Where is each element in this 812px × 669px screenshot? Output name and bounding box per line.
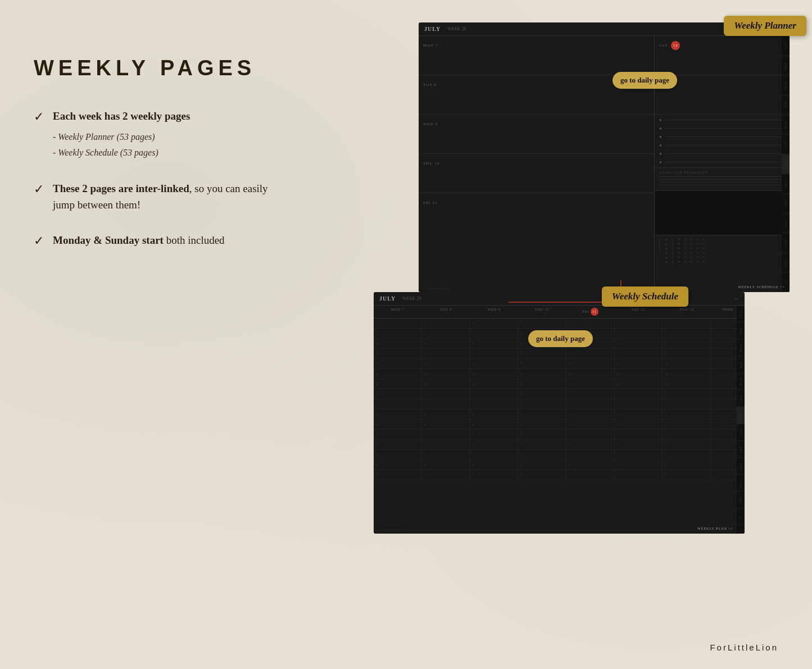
day-mon: MON 7 [419, 36, 654, 75]
ls-nov: NOV [737, 475, 745, 491]
habits-label: HABITS [658, 238, 661, 252]
habits-header-row: MTWTFSS [664, 238, 786, 241]
goals-line-4 [659, 185, 785, 185]
bullet-dot: ● [659, 134, 662, 139]
lower-planner-content: JULY WEEK 28 ↔ MON 7 TUE 8 WED 9 THU 10 … [374, 292, 745, 534]
weekly-schedule-badge-text: Weekly Schedule [612, 291, 678, 302]
sub-item-2: - Weekly Schedule (53 pages) [53, 145, 190, 161]
weekly-planner-badge: Weekly Planner [724, 16, 806, 36]
weekly-schedule-button[interactable]: WEEKLY SCHEDULE >> [738, 285, 785, 289]
tooltip-lower-text: go to daily page [536, 334, 585, 343]
upper-planner: JULY WEEK 28 ⬜ ⬜ ⬜ ↔ MON 7 TUE 8 WED 9 [419, 22, 790, 292]
day-thu: THU 10 [419, 154, 654, 193]
lower-cell-thu-6: 6 [518, 318, 566, 328]
weekly-schedule-badge: Weekly Schedule [602, 286, 688, 307]
side-month-oct: OCT [782, 213, 790, 233]
lower-row-4: 4 4 4 4 4 4 4 [374, 420, 745, 430]
bullet-row: ● [659, 143, 785, 148]
day-fri: FRI 11 [419, 193, 654, 233]
bullet-dot: ● [659, 117, 662, 122]
lower-planner: JULY WEEK 28 ↔ MON 7 TUE 8 WED 9 THU 10 … [374, 292, 745, 534]
goals-line-1 [659, 176, 785, 177]
side-month-extra: 1 [782, 272, 790, 292]
lower-col-sun: SUN 13 [663, 308, 711, 316]
upper-grid: MON 7 TUE 8 WED 9 THU 10 FRI 11 [419, 36, 790, 292]
feature-sub-1: - Weekly Planner (53 pages) - Weekly Sch… [53, 129, 190, 162]
checkmark-icon-2: ✓ [34, 182, 44, 197]
lower-row-7b: 7 7 7 7 7 7 7 [374, 450, 745, 460]
lower-row-5: 5 5 5 5 5 5 5 [374, 430, 745, 440]
lower-row-3: 3 3 3 3 3 3 3 [374, 409, 745, 420]
side-month-mar: MAR [782, 76, 790, 95]
habits-row-4: MTWTFSS [664, 256, 786, 259]
feature-normal-3: both included [164, 234, 225, 246]
upper-planner-footer: © ForLittleLion Visit us » [423, 287, 452, 290]
feature-text-3: Monday & Sunday start both included [53, 233, 225, 249]
credit-text: ForLittleLion [710, 643, 778, 652]
lc-tue-7: 7 [422, 329, 470, 338]
upper-side-months: JAN FEB MAR APR MAY JUN JUL AUG SEP OCT … [782, 37, 790, 292]
side-month-sep: SEP [782, 194, 790, 213]
lower-row-9: 9 9 9 9 9 9 9 [374, 349, 745, 359]
goals-inner: GOALS/TOP PRIORITIES [659, 171, 785, 185]
lower-row-10: 10 10 10 10 10 10 10 [374, 359, 745, 369]
side-month-aug: AUG [782, 174, 790, 194]
lc-wed-7: 7 [470, 329, 518, 338]
lower-cell-mon-6: 6 [374, 318, 422, 328]
goals-line-2 [659, 179, 785, 180]
lower-planner-footer: © ForLittleLion Visit us » [378, 529, 407, 531]
ls-apr: APR [737, 357, 745, 374]
habits-row-3: MTWTFSS [664, 252, 786, 254]
bullet-row: ● [659, 134, 785, 139]
feature-list: ✓ Each week has 2 weekly pages - Weekly … [34, 108, 270, 249]
lower-cell-fri-6: 6 [566, 318, 615, 328]
lower-row-9b: 9 9 9 9 9 9 9 [374, 470, 745, 480]
bullet-section: ● ● ● ● [655, 115, 790, 168]
feature-item-2: ✓ These 2 pages are inter-linked, so you… [34, 181, 270, 213]
day-thu-label: THU 10 [423, 161, 439, 166]
side-month-jan: JAN [782, 37, 790, 56]
ls-dec: DEC [737, 491, 745, 508]
side-month-may: MAY [782, 115, 790, 135]
ls-may: MAY [737, 374, 745, 390]
goals-line-3 [659, 182, 785, 183]
day-wed-label: WED 9 [423, 122, 438, 126]
lower-cell-sat-6 [615, 318, 663, 328]
ls-jun: JUN [737, 390, 745, 407]
ls-feb: FEB [737, 323, 745, 340]
goals-section: GOALS/TOP PRIORITIES [655, 168, 790, 191]
lower-row-1: 1 1 1 1 1 1 1 [374, 389, 745, 399]
goals-label: GOALS/TOP PRIORITIES [659, 171, 785, 174]
side-month-nov: NOV [782, 233, 790, 253]
lower-col-mon: MON 7 [374, 308, 422, 316]
lower-cell-sun-6 [663, 318, 711, 328]
weekly-planner-badge-text: Weekly Planner [734, 20, 796, 31]
lower-header-icons: ↔ [733, 295, 739, 302]
day-mon-label: MON 7 [423, 43, 438, 48]
habits-row-2: MTWTFSS [664, 247, 786, 250]
lower-col-headers: MON 7 TUE 8 WED 9 THU 10 FRI 11 SAT 12 S… [374, 306, 745, 318]
weekly-plan-button[interactable]: WEEKLY PLAN >> [697, 527, 733, 530]
side-month-jun: JUN [782, 135, 790, 154]
lower-side-months: JAN FEB MAR APR MAY JUN JUL AUG SEP OCT … [737, 306, 745, 534]
lower-week: WEEK 28 [402, 296, 421, 301]
side-month-jul: JUL [782, 154, 790, 174]
upper-planner-content: JULY WEEK 28 ⬜ ⬜ ⬜ ↔ MON 7 TUE 8 WED 9 [419, 22, 790, 292]
weekly-plan-btn-text: WEEKLY PLAN >> [697, 527, 733, 530]
sub-item-1: - Weekly Planner (53 pages) [53, 129, 190, 145]
tooltip-lower: go to daily page [528, 330, 593, 347]
lower-icon-arrows[interactable]: ↔ [733, 295, 739, 302]
ls-jul: JUL [737, 407, 745, 424]
lower-cell-tue-6: 6 [422, 318, 470, 328]
bullet-row: ● [659, 126, 785, 131]
habits-inner: HABITS MTWTFSS MTWTFSS MTWTFSS [658, 238, 786, 289]
feature-text-2: These 2 pages are inter-linked, so you c… [53, 181, 270, 213]
feature-bold-2: These 2 pages are inter-linked [53, 183, 189, 194]
lower-planner-header: JULY WEEK 28 ↔ [374, 292, 745, 306]
bullet-dot: ● [659, 160, 662, 165]
fri-num-highlight: 11 [591, 308, 598, 316]
side-month-feb: FEB [782, 56, 790, 76]
lower-row-6: 6 6 6 6 6 [374, 318, 745, 329]
ls-jan: JAN [737, 306, 745, 323]
bullet-dot: ● [659, 151, 662, 156]
